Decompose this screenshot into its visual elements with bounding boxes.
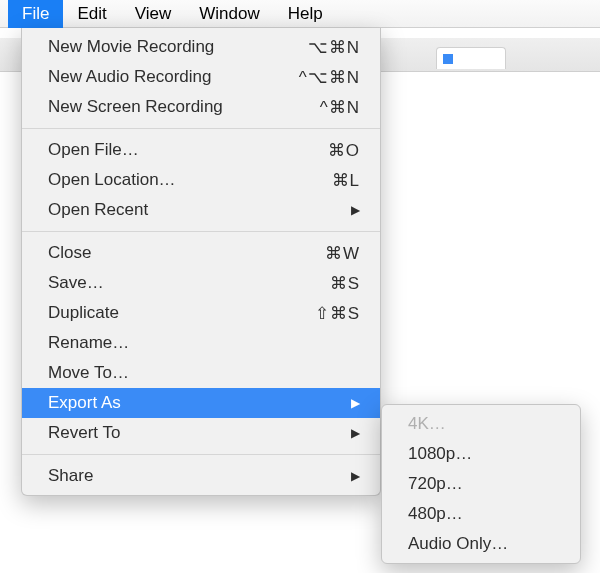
- menu-item-share[interactable]: Share▶: [22, 461, 380, 491]
- menu-item-label: Rename…: [48, 333, 129, 353]
- chevron-right-icon: ▶: [351, 426, 360, 440]
- menu-item-new-movie-recording[interactable]: New Movie Recording⌥⌘N: [22, 32, 380, 62]
- background-tab: [436, 47, 506, 69]
- menu-separator: [22, 454, 380, 455]
- menu-item-label: Open Location…: [48, 170, 176, 190]
- submenu-item-480p[interactable]: 480p…: [382, 499, 580, 529]
- menubar-item-help[interactable]: Help: [274, 0, 337, 28]
- menu-item-label: Duplicate: [48, 303, 119, 323]
- menu-item-shortcut: ^⌘N: [320, 97, 360, 118]
- chevron-right-icon: ▶: [351, 203, 360, 217]
- menu-item-move-to[interactable]: Move To…: [22, 358, 380, 388]
- chevron-right-icon: ▶: [351, 469, 360, 483]
- menu-item-shortcut: ⌘O: [328, 140, 360, 161]
- menu-item-shortcut: ⇧⌘S: [315, 303, 360, 324]
- submenu-item-720p[interactable]: 720p…: [382, 469, 580, 499]
- menu-item-open-recent[interactable]: Open Recent▶: [22, 195, 380, 225]
- submenu-item-label: Audio Only…: [408, 534, 508, 554]
- export-as-submenu: 4K…1080p…720p…480p…Audio Only…: [381, 404, 581, 564]
- menu-item-shortcut: ⌘W: [325, 243, 360, 264]
- menu-item-label: Move To…: [48, 363, 129, 383]
- menu-item-shortcut: ⌘L: [332, 170, 360, 191]
- menu-item-label: Revert To: [48, 423, 120, 443]
- menu-item-label: Share: [48, 466, 93, 486]
- menu-item-close[interactable]: Close⌘W: [22, 238, 380, 268]
- menu-item-new-screen-recording[interactable]: New Screen Recording^⌘N: [22, 92, 380, 122]
- menu-item-export-as[interactable]: Export As▶: [22, 388, 380, 418]
- menu-item-revert-to[interactable]: Revert To▶: [22, 418, 380, 448]
- menu-item-label: New Audio Recording: [48, 67, 211, 87]
- submenu-item-label: 480p…: [408, 504, 463, 524]
- menu-item-duplicate[interactable]: Duplicate⇧⌘S: [22, 298, 380, 328]
- menu-item-label: Open File…: [48, 140, 139, 160]
- menu-separator: [22, 231, 380, 232]
- menubar: FileEditViewWindowHelp: [0, 0, 600, 28]
- menu-item-new-audio-recording[interactable]: New Audio Recording^⌥⌘N: [22, 62, 380, 92]
- menu-item-label: Export As: [48, 393, 121, 413]
- submenu-item-label: 4K…: [408, 414, 446, 434]
- file-menu-dropdown: New Movie Recording⌥⌘NNew Audio Recordin…: [21, 28, 381, 496]
- menu-item-label: Close: [48, 243, 91, 263]
- menu-item-shortcut: ^⌥⌘N: [299, 67, 360, 88]
- chevron-right-icon: ▶: [351, 396, 360, 410]
- menu-item-label: New Movie Recording: [48, 37, 214, 57]
- submenu-item-1080p[interactable]: 1080p…: [382, 439, 580, 469]
- menu-item-save[interactable]: Save…⌘S: [22, 268, 380, 298]
- menu-item-open-file[interactable]: Open File…⌘O: [22, 135, 380, 165]
- menu-item-label: Save…: [48, 273, 104, 293]
- submenu-item-audio-only[interactable]: Audio Only…: [382, 529, 580, 559]
- menubar-item-view[interactable]: View: [121, 0, 186, 28]
- menubar-item-edit[interactable]: Edit: [63, 0, 120, 28]
- submenu-item-4k: 4K…: [382, 409, 580, 439]
- menu-item-label: Open Recent: [48, 200, 148, 220]
- menu-item-label: New Screen Recording: [48, 97, 223, 117]
- submenu-item-label: 1080p…: [408, 444, 472, 464]
- menubar-item-window[interactable]: Window: [185, 0, 273, 28]
- submenu-item-label: 720p…: [408, 474, 463, 494]
- menu-separator: [22, 128, 380, 129]
- menu-item-rename[interactable]: Rename…: [22, 328, 380, 358]
- menu-item-shortcut: ⌘S: [330, 273, 360, 294]
- menu-item-open-location[interactable]: Open Location…⌘L: [22, 165, 380, 195]
- menu-item-shortcut: ⌥⌘N: [308, 37, 360, 58]
- menubar-item-file[interactable]: File: [8, 0, 63, 28]
